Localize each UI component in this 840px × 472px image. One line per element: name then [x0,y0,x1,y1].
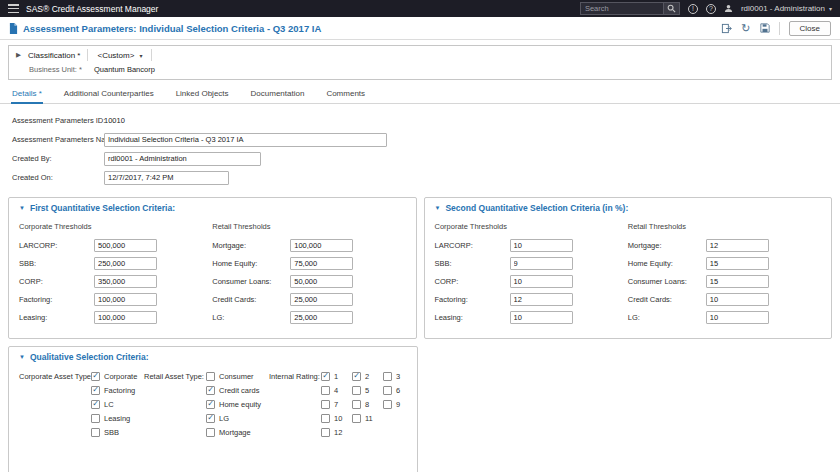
field-label: LG: [628,313,706,322]
checkbox-rating-11[interactable] [352,414,361,423]
corporate-thresholds-header: Corporate Thresholds [19,222,212,231]
assessment-name-label: Assessment Parameters Name: * [12,135,104,144]
field-label: SBB: [19,259,94,268]
checkbox-rating-8[interactable] [352,400,361,409]
classification-dropdown[interactable]: <Custom> ▾ [95,51,144,60]
internal-rating-label: Internal Rating: [269,372,321,437]
chevron-down-icon: ▾ [829,5,832,12]
second-lg-input[interactable] [706,311,769,324]
expand-icon[interactable]: ▶ [16,51,21,59]
field-label: Mortgage: [212,241,290,250]
checkbox-rating-7[interactable] [321,400,330,409]
tab-details[interactable]: Details * [11,85,43,104]
assessment-name-input[interactable] [104,133,387,147]
tab-additional-counterparties[interactable]: Additional Counterparties [63,85,155,103]
checkbox-rating-5[interactable] [352,386,361,395]
field-label: Leasing: [19,313,94,322]
tab-bar: Details * Additional Counterparties Link… [0,85,840,104]
second-factoring-input[interactable] [510,293,573,306]
tab-comments[interactable]: Comments [325,85,366,103]
first-leasing-input[interactable] [94,311,157,324]
search-icon [667,4,676,13]
field-label: SBB: [435,259,510,268]
menu-icon[interactable] [8,4,19,13]
first-larcorp-input[interactable] [94,239,157,252]
checkbox-factoring[interactable] [91,386,100,395]
second-leasing-input[interactable] [510,311,573,324]
app-title: SAS® Credit Assessment Manager [26,4,158,14]
field-label: Consumer Loans: [628,277,706,286]
checkbox-corporate[interactable] [91,372,100,381]
checkbox-rating-1[interactable] [321,372,330,381]
refresh-icon[interactable]: ↻ [741,23,750,33]
search-input[interactable] [580,2,664,15]
checkbox-rating-3[interactable] [383,372,392,381]
second-consumer-loans-input[interactable] [706,275,769,288]
checkbox-label: Corporate [104,372,137,381]
collapse-icon[interactable]: ▼ [19,354,25,360]
second-mortgage-input[interactable] [706,239,769,252]
second-home-equity-input[interactable] [706,257,769,270]
first-sbb-input[interactable] [94,257,157,270]
checkbox-rating-10[interactable] [321,414,330,423]
field-label: Mortgage: [628,241,706,250]
notifications-icon[interactable]: ! [688,4,698,14]
checkbox-mortgage[interactable] [206,428,215,437]
field-label: Credit Cards: [212,295,290,304]
checkbox-sbb[interactable] [91,428,100,437]
field-label: LARCORP: [435,241,510,250]
created-by-field [104,152,261,166]
checkbox-rating-12[interactable] [321,428,330,437]
checkbox-lc[interactable] [91,400,100,409]
user-icon[interactable] [724,4,733,13]
checkbox-label: LG [219,414,229,423]
page-header: Assessment Parameters: Individual Select… [0,17,840,40]
checkbox-label: Credit cards [219,386,259,395]
details-form: Assessment Parameters ID: 10010 Assessme… [0,104,840,192]
second-corp-input[interactable] [510,275,573,288]
first-home-equity-input[interactable] [290,257,353,270]
search-button[interactable] [664,2,680,15]
tab-documentation[interactable]: Documentation [250,85,306,103]
user-menu[interactable]: rdl0001 - Administration ▾ [741,4,832,13]
checkbox-home-equity[interactable] [206,400,215,409]
first-consumer-loans-input[interactable] [290,275,353,288]
classification-label: Classification * [28,51,80,60]
first-lg-input[interactable] [290,311,353,324]
divider [87,49,88,61]
second-sbb-input[interactable] [510,257,573,270]
checkbox-rating-2[interactable] [352,372,361,381]
close-button[interactable]: Close [789,21,831,36]
checkbox-label: 10 [334,414,342,423]
checkbox-leasing[interactable] [91,414,100,423]
checkbox-lg[interactable] [206,414,215,423]
form-row: Created By: [12,152,828,165]
corporate-asset-type-label: Corporate Asset Type: [19,372,91,437]
retail-thresholds-header: Retail Thresholds [628,222,821,231]
checkbox-consumer[interactable] [206,372,215,381]
checkbox-credit-cards[interactable] [206,386,215,395]
second-credit-cards-input[interactable] [706,293,769,306]
first-credit-cards-input[interactable] [290,293,353,306]
collapse-icon[interactable]: ▼ [19,205,25,211]
field-label: CORP: [19,277,94,286]
checkbox-rating-6[interactable] [383,386,392,395]
second-larcorp-input[interactable] [510,239,573,252]
checkbox-rating-4[interactable] [321,386,330,395]
tab-linked-objects[interactable]: Linked Objects [175,85,230,103]
first-factoring-input[interactable] [94,293,157,306]
checkbox-label: Factoring [104,386,135,395]
divider [151,49,152,61]
checkbox-label: 1 [334,372,338,381]
first-quantitative-panel: ▼ First Quantitative Selection Criteria:… [8,197,417,339]
first-mortgage-input[interactable] [290,239,353,252]
export-icon[interactable] [721,23,732,34]
checkbox-rating-9[interactable] [383,400,392,409]
collapse-icon[interactable]: ▼ [435,205,441,211]
help-icon[interactable]: ? [706,4,716,14]
checkbox-label: 9 [396,400,400,409]
form-row: Assessment Parameters ID: 10010 [12,114,828,127]
save-icon[interactable] [760,23,770,33]
checkbox-label: SBB [104,428,119,437]
first-corp-input[interactable] [94,275,157,288]
